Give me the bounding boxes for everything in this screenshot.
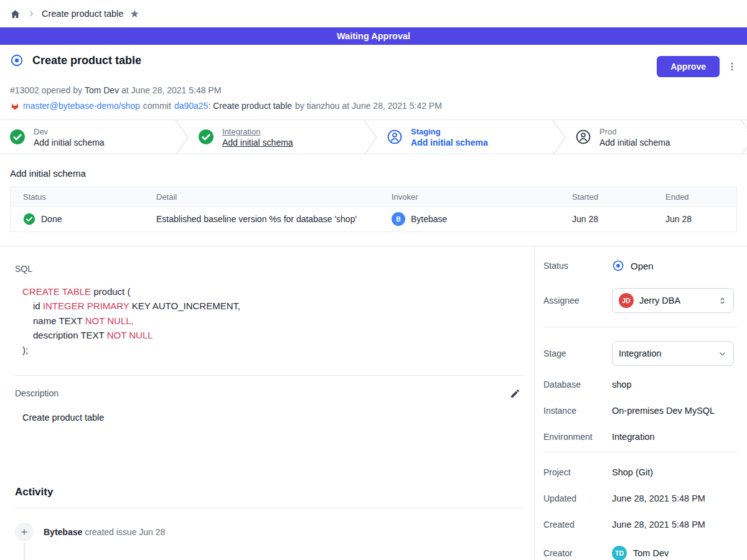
column-header-started: Started <box>560 192 653 202</box>
started-cell: Jun 28 <box>560 214 653 224</box>
breadcrumb-title[interactable]: Create product table <box>42 9 123 19</box>
status-label: Status <box>543 261 612 271</box>
commit-hash-link[interactable]: da90a25 <box>174 101 209 111</box>
stage-separator <box>175 120 189 154</box>
stage-row: Stage Integration <box>543 341 737 366</box>
sql-line: ); <box>22 343 524 357</box>
edit-pencil-icon[interactable] <box>510 388 520 399</box>
issue-author: Tom Dev <box>85 85 119 95</box>
instance-row: Instance On-premises Dev MySQL <box>543 406 737 416</box>
sql-line: id INTEGER PRIMARY KEY AUTO_INCREMENT, <box>22 299 524 313</box>
sql-code: CREATE TABLE product ( id INTEGER PRIMAR… <box>22 284 524 357</box>
status-row: Status Open <box>543 259 737 272</box>
stage-separator <box>364 120 377 154</box>
stage-select[interactable]: Integration <box>612 341 734 366</box>
stage-task: Add initial schema <box>599 138 670 147</box>
environment-value: Integration <box>612 432 655 442</box>
stage-select-value: Integration <box>619 348 712 358</box>
issue-meta: #13002 opened by Tom Dev at June 28, 202… <box>10 85 737 95</box>
assignee-avatar: JD <box>619 293 634 308</box>
home-icon[interactable] <box>10 9 21 19</box>
stage-task: Add initial schema <box>411 138 488 147</box>
creator-row: Creator TD Tom Dev <box>543 546 737 560</box>
sql-label: SQL <box>15 264 524 274</box>
issue-open-status-icon <box>10 54 24 67</box>
instance-value: On-premises Dev MySQL <box>612 406 715 416</box>
task-table: Status Detail Invoker Started Ended Done… <box>10 187 737 232</box>
section-divider <box>15 375 524 376</box>
stage-integration[interactable]: Integration Add initial schema <box>189 120 364 154</box>
issue-header: Create product table Approve #13002 open… <box>0 45 747 119</box>
commit-line: master@bytebase-demo/shop commit da90a25… <box>10 101 737 111</box>
activity-action: created issue Jun 28 <box>85 527 165 537</box>
project-label: Project <box>543 467 612 477</box>
activity-divider <box>15 508 524 508</box>
updated-row: Updated June 28, 2021 5:48 PM <box>543 493 737 503</box>
task-section: Add initial schema Status Detail Invoker… <box>0 154 747 246</box>
project-value: Shop (Git) <box>612 467 653 477</box>
status-value: Open <box>612 259 654 272</box>
commit-branch-link[interactable]: master@bytebase-demo/shop <box>23 101 140 111</box>
issue-id: #13002 <box>10 85 39 95</box>
stage-name: Prod <box>599 127 670 136</box>
commit-author: by tianzhou at June 28, 2021 5:42 PM <box>295 101 442 111</box>
check-circle-icon <box>9 129 26 145</box>
updated-label: Updated <box>543 493 612 503</box>
approve-button[interactable]: Approve <box>657 56 720 77</box>
stage-task: Add initial schema <box>222 138 293 147</box>
description-body: Create product table <box>22 413 524 422</box>
environment-row: Environment Integration <box>543 432 737 442</box>
stage-task: Add initial schema <box>34 138 105 147</box>
column-header-invoker: Invoker <box>379 192 560 202</box>
table-header-row: Status Detail Invoker Started Ended <box>11 187 736 207</box>
stage-label: Stage <box>543 348 612 358</box>
creator-label: Creator <box>543 548 612 558</box>
commit-word: commit <box>143 101 171 111</box>
project-row: Project Shop (Git) <box>543 467 737 477</box>
database-label: Database <box>543 380 612 390</box>
approval-banner: Waiting Approval <box>0 27 747 45</box>
open-status-icon <box>612 259 624 272</box>
assignee-row: Assignee JD Jerry DBA <box>543 288 737 313</box>
creator-avatar: TD <box>612 546 627 560</box>
column-header-ended: Ended <box>653 192 736 202</box>
plus-icon <box>15 523 34 541</box>
main-column: SQL CREATE TABLE product ( id INTEGER PR… <box>0 246 534 560</box>
ended-cell: Jun 28 <box>653 214 736 224</box>
activity-item: Bytebase created issue Jun 28 <box>15 523 524 541</box>
approval-banner-text: Waiting Approval <box>337 31 410 41</box>
column-header-detail: Detail <box>144 192 379 202</box>
stage-name: Integration <box>222 127 293 136</box>
status-cell: Done <box>11 213 144 225</box>
environment-label: Environment <box>543 432 612 442</box>
sidebar: Status Open Assignee JD Jerry DBA <box>534 246 747 560</box>
gitlab-icon <box>10 101 20 111</box>
creator-value: TD Tom Dev <box>612 546 669 560</box>
database-value: shop <box>612 380 631 390</box>
stage-name: Staging <box>411 127 488 136</box>
database-row: Database shop <box>543 380 737 390</box>
activity-actor: Bytebase <box>44 527 82 537</box>
task-section-title: Add initial schema <box>10 168 737 179</box>
invoker-avatar: B <box>392 212 405 226</box>
detail-cell: Established baseline version %s for data… <box>144 214 379 224</box>
stage-staging[interactable]: Staging Add initial schema <box>377 120 552 154</box>
sidebar-divider <box>543 452 737 452</box>
commit-message: : Create product table <box>208 101 292 111</box>
done-check-icon <box>23 213 35 225</box>
column-header-status: Status <box>11 192 144 202</box>
assignee-select[interactable]: JD Jerry DBA <box>612 288 734 313</box>
breadcrumb-chevron-icon <box>27 9 35 18</box>
updated-value: June 28, 2021 5:48 PM <box>612 493 705 503</box>
assignee-label: Assignee <box>543 296 612 306</box>
sql-line: description TEXT NOT NULL <box>22 328 524 342</box>
stage-name: Dev <box>34 127 105 136</box>
sql-line: CREATE TABLE product ( <box>22 284 524 299</box>
stage-prod[interactable]: Prod Add initial schema <box>566 120 741 154</box>
pipeline: Dev Add initial schema Integration Add i… <box>0 119 747 154</box>
content-area: SQL CREATE TABLE product ( id INTEGER PR… <box>0 246 747 560</box>
kebab-menu-icon[interactable] <box>727 61 737 72</box>
check-circle-icon <box>198 129 214 145</box>
stage-dev[interactable]: Dev Add initial schema <box>0 120 175 154</box>
favorite-star-icon[interactable]: ★ <box>129 9 139 19</box>
